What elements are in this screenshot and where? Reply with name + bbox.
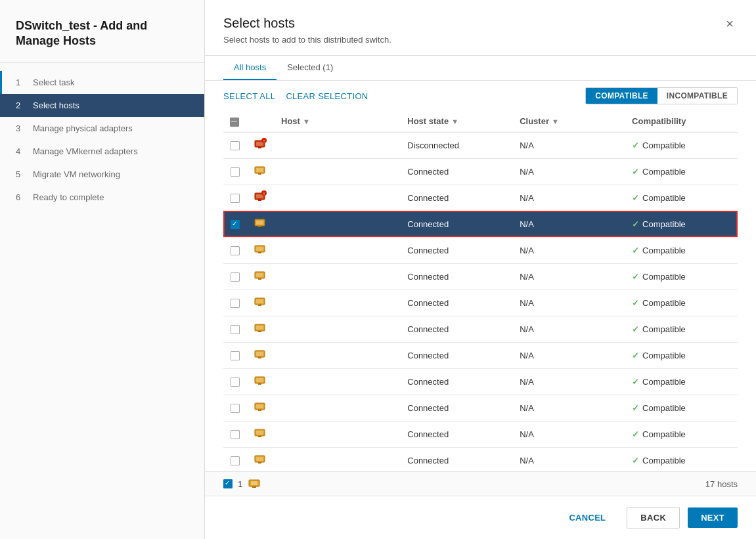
row-compatibility: ✓ Compatible bbox=[625, 316, 738, 342]
table-row: Connected N/A ✓ Compatible bbox=[223, 421, 738, 447]
row-checkbox-1[interactable] bbox=[231, 141, 240, 150]
svg-rect-17 bbox=[256, 247, 263, 251]
toolbar-left: SELECT ALL CLEAR SELECTION bbox=[223, 91, 368, 101]
row-checkbox-5[interactable] bbox=[231, 246, 240, 255]
table-header-row: Host ▼ Host state ▼ Clus bbox=[223, 111, 738, 132]
select-all-link[interactable]: SELECT ALL bbox=[223, 91, 275, 101]
svg-rect-50 bbox=[251, 481, 257, 485]
row-checkbox-2[interactable] bbox=[231, 167, 240, 177]
svg-rect-51 bbox=[252, 486, 256, 488]
row-host-icon-cell bbox=[247, 342, 275, 368]
close-button[interactable]: × bbox=[722, 16, 738, 32]
row-cluster: N/A bbox=[513, 395, 625, 421]
row-checkbox-cell bbox=[223, 421, 247, 447]
step-label-2: Select hosts bbox=[33, 100, 79, 110]
compat-check-icon: ✓ bbox=[632, 403, 639, 413]
svg-rect-10 bbox=[258, 200, 261, 201]
th-host-state: Host state ▼ bbox=[401, 111, 513, 132]
row-checkbox-6[interactable] bbox=[231, 272, 240, 282]
next-button[interactable]: NEXT bbox=[688, 507, 738, 528]
row-compatibility: ✓ Compatible bbox=[625, 132, 738, 158]
row-checkbox-4[interactable] bbox=[231, 220, 240, 229]
state-filter-icon[interactable]: ▼ bbox=[451, 118, 458, 125]
sidebar-steps: 1 Select task 2 Select hosts 3 Manage ph… bbox=[0, 63, 204, 217]
row-checkbox-cell bbox=[223, 395, 247, 421]
cancel-button[interactable]: CANCEL bbox=[556, 507, 619, 528]
footer-checkbox[interactable] bbox=[223, 479, 233, 488]
svg-rect-23 bbox=[256, 299, 263, 303]
th-cluster: Cluster ▼ bbox=[513, 111, 625, 132]
svg-rect-32 bbox=[256, 378, 263, 382]
svg-rect-21 bbox=[258, 278, 261, 280]
row-host-icon-cell bbox=[247, 263, 275, 290]
row-host-icon-cell bbox=[247, 447, 275, 471]
row-compatibility: ✓ Compatible bbox=[625, 184, 738, 211]
svg-rect-27 bbox=[258, 331, 261, 332]
tab-selected[interactable]: Selected (1) bbox=[277, 56, 344, 80]
tabs-bar: All hosts Selected (1) bbox=[205, 56, 756, 81]
compat-label: Compatible bbox=[642, 140, 686, 150]
footer-total: 17 hosts bbox=[705, 479, 738, 489]
compat-toggle: COMPATIBLE INCOMPATIBLE bbox=[585, 87, 738, 104]
row-checkbox-8[interactable] bbox=[231, 325, 240, 334]
tab-all-hosts[interactable]: All hosts bbox=[223, 56, 277, 80]
sidebar-item-manage-vmkernel[interactable]: 4 Manage VMkernel adapters bbox=[0, 140, 204, 163]
row-cluster: N/A bbox=[513, 342, 625, 368]
row-checkbox-cell bbox=[223, 342, 247, 368]
row-checkbox-13[interactable] bbox=[231, 456, 240, 465]
header-checkbox[interactable] bbox=[230, 118, 239, 127]
row-checkbox-7[interactable] bbox=[231, 299, 240, 308]
row-checkbox-9[interactable] bbox=[231, 351, 240, 360]
row-checkbox-11[interactable] bbox=[231, 404, 240, 413]
th-checkbox bbox=[223, 111, 247, 132]
row-checkbox-cell bbox=[223, 237, 247, 263]
sidebar-item-migrate-vm[interactable]: 5 Migrate VM networking bbox=[0, 163, 204, 186]
cluster-filter-icon[interactable]: ▼ bbox=[552, 118, 559, 125]
svg-rect-2 bbox=[258, 147, 261, 148]
th-state-label: Host state bbox=[407, 116, 449, 126]
compat-check-icon: ✓ bbox=[632, 351, 639, 360]
row-host-state: Connected bbox=[401, 158, 513, 184]
compat-check-icon: ✓ bbox=[632, 324, 639, 334]
compat-check-icon: ✓ bbox=[632, 377, 639, 387]
table-row: ! Disconnected N/A ✓ Compatible bbox=[223, 132, 738, 158]
row-host-name bbox=[275, 395, 401, 421]
row-host-state: Connected bbox=[401, 237, 513, 263]
host-filter-icon[interactable]: ▼ bbox=[303, 118, 310, 125]
row-cluster: N/A bbox=[513, 368, 625, 395]
row-host-name bbox=[275, 132, 401, 158]
step-label-4: Manage VMkernel adapters bbox=[33, 146, 138, 156]
row-checkbox-3[interactable] bbox=[231, 194, 240, 203]
step-number-4: 4 bbox=[16, 146, 26, 156]
compat-check-icon: ✓ bbox=[632, 167, 639, 177]
compat-check-icon: ✓ bbox=[632, 219, 639, 229]
sidebar-item-ready[interactable]: 6 Ready to complete bbox=[0, 186, 204, 209]
step-label-3: Manage physical adapters bbox=[33, 123, 133, 133]
back-button[interactable]: BACK bbox=[627, 507, 680, 528]
footer-checked-count: 1 bbox=[238, 479, 242, 489]
incompatible-button[interactable]: INCOMPATIBLE bbox=[657, 88, 737, 104]
table-row: Connected N/A ✓ Compatible bbox=[223, 447, 738, 471]
row-host-name bbox=[275, 342, 401, 368]
sidebar-item-manage-physical[interactable]: 3 Manage physical adapters bbox=[0, 117, 204, 140]
dialog-title: Select hosts bbox=[223, 16, 391, 31]
row-compatibility: ✓ Compatible bbox=[625, 395, 738, 421]
row-cluster: N/A bbox=[513, 132, 625, 158]
toolbar: SELECT ALL CLEAR SELECTION COMPATIBLE IN… bbox=[205, 81, 756, 111]
row-host-name bbox=[275, 211, 401, 237]
compatible-button[interactable]: COMPATIBLE bbox=[586, 88, 657, 104]
compat-check-icon: ✓ bbox=[632, 298, 639, 308]
row-host-state: Connected bbox=[401, 368, 513, 395]
row-host-state: Connected bbox=[401, 342, 513, 368]
svg-rect-36 bbox=[258, 410, 261, 411]
row-checkbox-12[interactable] bbox=[231, 430, 240, 439]
sidebar-item-select-hosts[interactable]: 2 Select hosts bbox=[0, 94, 204, 117]
clear-selection-link[interactable]: CLEAR SELECTION bbox=[286, 91, 368, 101]
action-bar: CANCEL BACK NEXT bbox=[205, 496, 756, 539]
sidebar-item-select-task[interactable]: 1 Select task bbox=[0, 71, 204, 94]
row-host-icon-cell: ! bbox=[247, 132, 275, 158]
row-checkbox-10[interactable] bbox=[231, 377, 240, 387]
compat-label: Compatible bbox=[642, 193, 686, 203]
compat-check-icon: ✓ bbox=[632, 456, 639, 465]
compat-check-icon: ✓ bbox=[632, 272, 639, 282]
